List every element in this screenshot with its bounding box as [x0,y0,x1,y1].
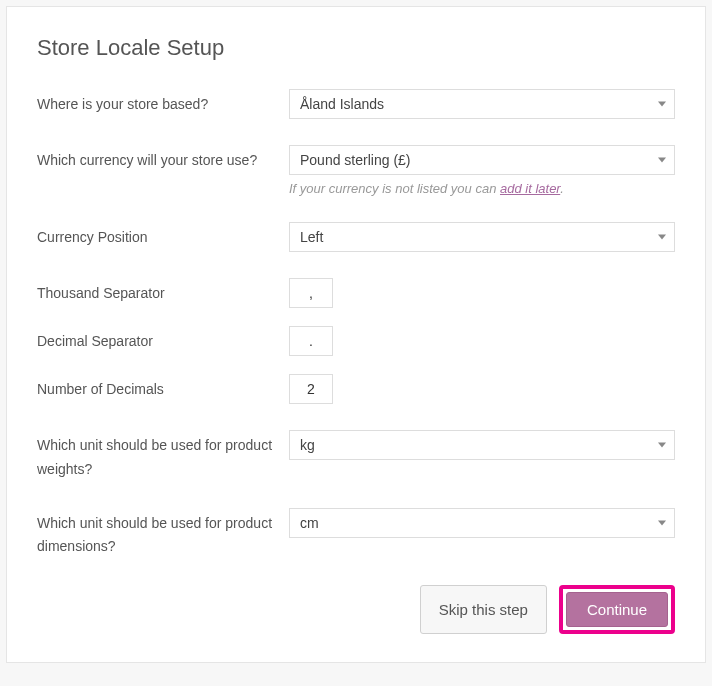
chevron-down-icon [658,520,666,525]
store-locale-panel: Store Locale Setup Where is your store b… [6,6,706,663]
continue-button[interactable]: Continue [566,592,668,627]
continue-highlight: Continue [559,585,675,634]
label-store-based: Where is your store based? [37,89,289,119]
row-decimal-separator: Decimal Separator [37,326,675,356]
currency-position-select[interactable]: Left [289,222,675,252]
currency-position-value: Left [300,229,323,245]
label-currency: Which currency will your store use? [37,145,289,196]
chevron-down-icon [658,443,666,448]
number-decimals-input[interactable] [289,374,333,404]
dimension-unit-value: cm [300,515,319,531]
skip-button[interactable]: Skip this step [420,585,547,634]
label-thousand-separator: Thousand Separator [37,278,289,308]
label-weight-unit: Which unit should be used for product we… [37,430,289,482]
row-thousand-separator: Thousand Separator [37,278,675,308]
chevron-down-icon [658,102,666,107]
row-currency: Which currency will your store use? Poun… [37,145,675,196]
label-decimal-separator: Decimal Separator [37,326,289,356]
thousand-separator-input[interactable] [289,278,333,308]
store-based-select[interactable]: Åland Islands [289,89,675,119]
weight-unit-value: kg [300,437,315,453]
label-number-decimals: Number of Decimals [37,374,289,404]
footer: Skip this step Continue [37,585,675,634]
currency-value: Pound sterling (£) [300,152,411,168]
row-weight-unit: Which unit should be used for product we… [37,430,675,482]
row-currency-position: Currency Position Left [37,222,675,252]
dimension-unit-select[interactable]: cm [289,508,675,538]
currency-select[interactable]: Pound sterling (£) [289,145,675,175]
store-based-value: Åland Islands [300,96,384,112]
label-currency-position: Currency Position [37,222,289,252]
label-dimension-unit: Which unit should be used for product di… [37,508,289,560]
chevron-down-icon [658,235,666,240]
page-title: Store Locale Setup [37,35,675,61]
row-number-decimals: Number of Decimals [37,374,675,404]
currency-hint: If your currency is not listed you can a… [289,181,675,196]
weight-unit-select[interactable]: kg [289,430,675,460]
row-dimension-unit: Which unit should be used for product di… [37,508,675,560]
chevron-down-icon [658,158,666,163]
decimal-separator-input[interactable] [289,326,333,356]
add-later-link[interactable]: add it later [500,181,560,196]
row-store-based: Where is your store based? Åland Islands [37,89,675,119]
